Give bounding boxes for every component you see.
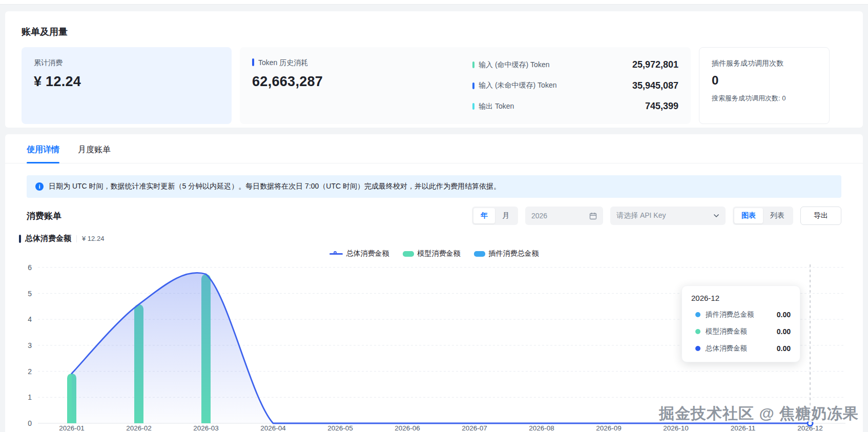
top-divider	[0, 0, 868, 5]
tooltip-row-total: 总体消费金额 0.00	[691, 344, 791, 353]
svg-text:1: 1	[28, 393, 32, 401]
year-picker-input[interactable]: 2026	[525, 207, 603, 225]
legend-item-plugin[interactable]: 插件消费总金额	[474, 249, 539, 258]
chart-area: 01234562026-012026-022026-032026-042026-…	[5, 259, 863, 432]
token-row-uncached-input: 输入 (未命中缓存) Token 35,945,087	[472, 80, 678, 91]
token-total-block: Token 历史消耗 62,663,287	[252, 58, 472, 113]
svg-text:6: 6	[28, 263, 32, 272]
detail-tabs: 使用详情 月度账单	[5, 134, 863, 163]
stat-cards-row: 累计消费 ¥ 12.24 Token 历史消耗 62,663,287 输入 (命…	[22, 47, 846, 124]
tooltip-title: 2026-12	[691, 294, 791, 302]
chart-header: 总体消费金额 ¥ 12.24	[19, 234, 841, 243]
token-row-output: 输出 Token 745,399	[472, 101, 678, 112]
tooltip-row-plugin: 插件消费总金额 0.00	[691, 310, 791, 319]
chart-title: 总体消费金额	[25, 234, 71, 243]
chart-title-bar-icon	[19, 235, 21, 243]
period-month-button[interactable]: 月	[495, 208, 516, 223]
legend-item-total[interactable]: 总体消费金额	[329, 249, 389, 258]
view-toggle: 图表 列表	[733, 207, 793, 225]
view-list-button[interactable]: 列表	[763, 208, 792, 223]
billing-overview-panel: 账单及用量 累计消费 ¥ 12.24 Token 历史消耗 62,663,287…	[5, 11, 863, 128]
view-chart-button[interactable]: 图表	[734, 208, 763, 223]
svg-text:2026-02: 2026-02	[126, 424, 152, 432]
model-legend-icon	[403, 251, 414, 257]
chart-total-amount: ¥ 12.24	[82, 235, 104, 242]
tab-usage-details[interactable]: 使用详情	[27, 145, 59, 163]
calendar-icon	[589, 212, 597, 220]
plugin-legend-icon	[474, 251, 485, 257]
model-dot-icon	[695, 329, 700, 334]
line-legend-icon	[329, 253, 343, 255]
plugin-calls-value: 0	[712, 73, 817, 88]
svg-text:2026-10: 2026-10	[663, 424, 689, 432]
svg-text:2026-01: 2026-01	[59, 424, 85, 432]
svg-text:2026-09: 2026-09	[596, 424, 622, 432]
svg-text:2026-11: 2026-11	[731, 424, 756, 432]
tooltip-row-model: 模型消费金额 0.00	[691, 327, 791, 336]
plugin-calls-card: 插件服务成功调用次数 0 搜索服务成功调用次数: 0	[699, 47, 830, 124]
info-icon: i	[35, 182, 44, 191]
search-calls-label: 搜索服务成功调用次数: 0	[712, 94, 817, 103]
svg-text:2026-04: 2026-04	[260, 424, 286, 432]
total-dot-icon	[695, 346, 700, 351]
active-tab-underline	[27, 162, 59, 163]
billing-title: 消费账单	[27, 210, 61, 222]
chart-legend: 总体消费金额 模型消费金额 插件消费总金额	[5, 249, 863, 258]
svg-text:5: 5	[28, 290, 32, 298]
svg-text:2: 2	[28, 367, 32, 376]
output-token-icon	[472, 103, 474, 110]
token-history-icon	[252, 58, 254, 66]
svg-text:2026-06: 2026-06	[395, 424, 420, 432]
token-history-value: 62,663,287	[252, 74, 472, 90]
usage-detail-panel: 使用详情 月度账单 i 日期为 UTC 时间，数据统计准实时更新（5 分钟以内延…	[5, 134, 863, 432]
plugin-dot-icon	[695, 312, 700, 317]
chart-tooltip: 2026-12 插件消费总金额 0.00 模型消费金额 0.00 总体消费金额 …	[681, 285, 800, 362]
svg-text:2026-05: 2026-05	[327, 424, 353, 432]
legend-item-model[interactable]: 模型消费金额	[403, 249, 461, 258]
svg-text:0: 0	[28, 419, 32, 427]
tab-monthly-bill[interactable]: 月度账单	[78, 145, 111, 163]
svg-text:3: 3	[28, 341, 32, 349]
overview-title: 账单及用量	[22, 26, 846, 38]
svg-text:4: 4	[28, 315, 32, 323]
token-breakdown-block: 输入 (命中缓存) Token 25,972,801 输入 (未命中缓存) To…	[472, 58, 678, 113]
period-toggle: 年 月	[472, 207, 518, 225]
cumulative-consumption-card: 累计消费 ¥ 12.24	[22, 47, 232, 124]
chevron-down-icon	[713, 214, 719, 218]
cumulative-value: ¥ 12.24	[34, 74, 219, 90]
svg-text:2026-08: 2026-08	[529, 424, 554, 432]
billing-toolbar: 消费账单 年 月 2026 请选择 API Key	[27, 207, 841, 225]
export-button[interactable]: 导出	[800, 207, 841, 225]
plugin-calls-label: 插件服务成功调用次数	[712, 59, 817, 68]
period-year-button[interactable]: 年	[473, 208, 495, 223]
watermark: 掘金技术社区 @ 焦糖奶冻果	[659, 403, 859, 424]
cumulative-label: 累计消费	[34, 58, 219, 68]
cached-input-icon	[472, 61, 474, 68]
token-history-card: Token 历史消耗 62,663,287 输入 (命中缓存) Token 25…	[240, 47, 691, 124]
svg-text:2026-07: 2026-07	[462, 424, 487, 432]
token-row-cached-input: 输入 (命中缓存) Token 25,972,801	[472, 59, 678, 70]
api-key-select[interactable]: 请选择 API Key	[610, 207, 726, 225]
utc-notice-banner: i 日期为 UTC 时间，数据统计准实时更新（5 分钟以内延迟）。每日数据将在次…	[27, 175, 841, 198]
notice-text: 日期为 UTC 时间，数据统计准实时更新（5 分钟以内延迟）。每日数据将在次日 …	[49, 182, 501, 191]
token-history-label: Token 历史消耗	[258, 58, 308, 67]
uncached-input-icon	[472, 83, 474, 89]
svg-text:2026-03: 2026-03	[193, 424, 219, 432]
